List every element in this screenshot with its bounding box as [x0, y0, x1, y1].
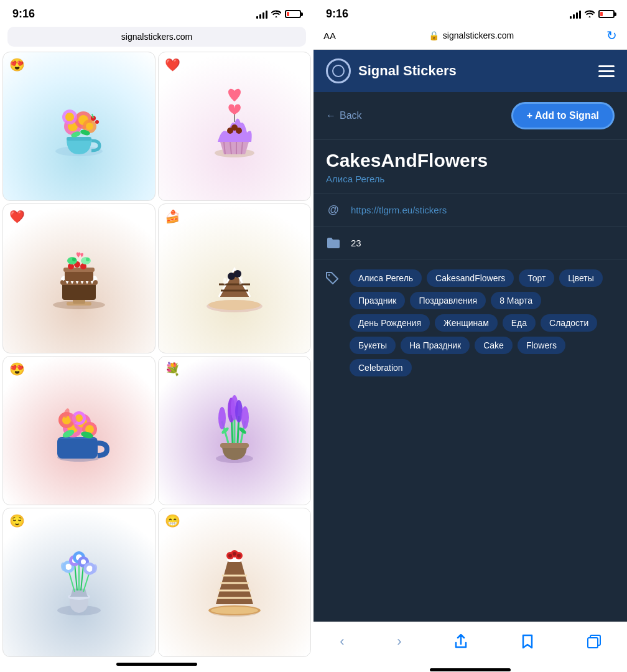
sticker-img-4	[174, 219, 295, 338]
tag-6[interactable]: 8 Марта	[491, 292, 541, 309]
left-browser-bar[interactable]: signalstickers.com	[7, 27, 306, 47]
sticker-emoji-2: ❤️	[165, 57, 180, 72]
sticker-img-8	[174, 523, 295, 642]
svg-rect-108	[588, 638, 598, 648]
svg-point-88	[81, 559, 86, 564]
svg-point-9	[86, 123, 93, 130]
sticker-img-3	[18, 219, 139, 338]
tag-8[interactable]: Женщинам	[435, 314, 498, 332]
tag-0[interactable]: Алиса Регель	[350, 269, 422, 287]
sticker-cell-2[interactable]: ❤️	[158, 52, 311, 201]
tags-section: Алиса Регель CakesandFlowers Торт Цветы …	[314, 259, 627, 386]
pack-link[interactable]: https://tlgrm.eu/stickers	[351, 205, 447, 215]
tag-15[interactable]: Celebration	[350, 359, 412, 376]
at-icon: @	[326, 202, 341, 217]
tag-2[interactable]: Торт	[519, 269, 554, 287]
left-time: 9:16	[12, 7, 35, 21]
sticker-img-7	[18, 523, 139, 642]
tag-9[interactable]: Еда	[503, 314, 536, 332]
url-text: signalstickers.com	[443, 30, 514, 40]
sticker-count: 23	[351, 238, 361, 248]
right-browser-bar: AA 🔒 signalstickers.com ↻	[314, 24, 627, 50]
tags-container: Алиса Регель CakesandFlowers Торт Цветы …	[350, 269, 615, 376]
add-to-signal-label: + Add to Signal	[527, 110, 599, 121]
sticker-img-1	[18, 67, 139, 186]
right-status-bar: 9:16	[314, 0, 627, 24]
sticker-emoji-5: 😍	[9, 362, 25, 376]
url-bar[interactable]: 🔒 signalstickers.com	[429, 30, 514, 40]
sticker-cell-5[interactable]: 😍	[2, 356, 156, 505]
sticker-cell-1[interactable]: 😍	[2, 52, 156, 201]
right-home-indicator	[314, 667, 627, 672]
hamburger-menu-button[interactable]	[598, 65, 615, 77]
sticker-cell-4[interactable]: 🍰	[158, 203, 311, 353]
sticker-cell-6[interactable]: 💐	[158, 356, 311, 505]
svg-point-105	[233, 552, 236, 556]
tag-5[interactable]: Поздравления	[410, 292, 486, 309]
svg-rect-27	[62, 282, 96, 300]
signal-logo-area: Signal Stickers	[326, 58, 457, 83]
sticker-grid: 😍	[0, 49, 314, 660]
svg-point-71	[241, 406, 249, 429]
home-bar-right	[430, 668, 511, 671]
tag-10[interactable]: Сладости	[541, 314, 597, 332]
back-label: Back	[340, 110, 362, 121]
sticker-emoji-6: 💐	[165, 362, 180, 376]
svg-line-76	[68, 570, 75, 592]
tag-1[interactable]: CakesandFlowers	[427, 269, 514, 287]
svg-line-77	[75, 564, 77, 590]
svg-point-106	[237, 554, 241, 558]
nav-bar: ← Back + Add to Signal	[314, 92, 627, 140]
right-phone: 9:16 AA 🔒 signalstickers.com ↻	[314, 0, 627, 672]
signal-logo-icon	[326, 58, 351, 83]
tag-7[interactable]: День Рождения	[350, 314, 430, 332]
sticker-cell-3[interactable]: ❤️	[2, 203, 156, 353]
bookmarks-button[interactable]	[516, 629, 539, 654]
svg-line-79	[81, 566, 83, 590]
tag-14[interactable]: Flowers	[518, 337, 565, 354]
forward-nav-button[interactable]: ›	[392, 628, 406, 655]
right-status-icons	[570, 9, 615, 19]
sticker-cell-8[interactable]: 😁	[158, 508, 311, 657]
left-url: signalstickers.com	[121, 32, 192, 42]
folder-icon	[326, 235, 341, 250]
tag-13[interactable]: Cake	[475, 337, 513, 354]
svg-point-37	[86, 258, 90, 261]
svg-point-107	[328, 274, 330, 276]
tag-4[interactable]: Праздник	[350, 292, 405, 309]
svg-rect-61	[220, 443, 249, 448]
info-rows: @ https://tlgrm.eu/stickers 23	[314, 193, 627, 259]
svg-rect-45	[57, 437, 98, 459]
tag-11[interactable]: Букеты	[350, 337, 396, 354]
svg-point-39	[208, 300, 261, 310]
home-bar-left	[116, 663, 197, 666]
sticker-cell-7[interactable]: 😌	[2, 508, 156, 657]
share-button[interactable]	[449, 629, 473, 654]
svg-point-34	[67, 257, 77, 264]
sticker-emoji-7: 😌	[9, 513, 25, 528]
tag-icon	[326, 272, 341, 376]
sticker-emoji-1: 😍	[9, 57, 25, 72]
aa-button[interactable]: AA	[323, 30, 336, 41]
refresh-button[interactable]: ↻	[606, 28, 617, 43]
pack-author[interactable]: Алиса Регель	[326, 174, 615, 184]
count-row: 23	[314, 226, 627, 259]
back-nav-button[interactable]: ‹	[335, 628, 349, 655]
sticker-img-2	[174, 67, 295, 186]
left-home-indicator	[0, 660, 314, 672]
add-to-signal-button[interactable]: + Add to Signal	[511, 102, 615, 129]
tag-3[interactable]: Цветы	[559, 269, 602, 287]
battery-icon	[285, 10, 301, 18]
signal-app-title: Signal Stickers	[358, 63, 457, 79]
left-status-bar: 9:16	[0, 0, 314, 24]
back-button[interactable]: ← Back	[326, 110, 362, 121]
sticker-emoji-8: 😁	[165, 513, 180, 528]
wifi-icon	[271, 9, 281, 19]
sticker-img-6	[174, 371, 295, 490]
svg-point-22	[236, 128, 242, 134]
svg-point-104	[228, 554, 232, 558]
back-arrow-icon: ←	[326, 110, 336, 121]
tag-12[interactable]: На Праздник	[401, 337, 470, 354]
tabs-button[interactable]	[582, 630, 606, 653]
signal-logo-inner	[332, 65, 345, 77]
